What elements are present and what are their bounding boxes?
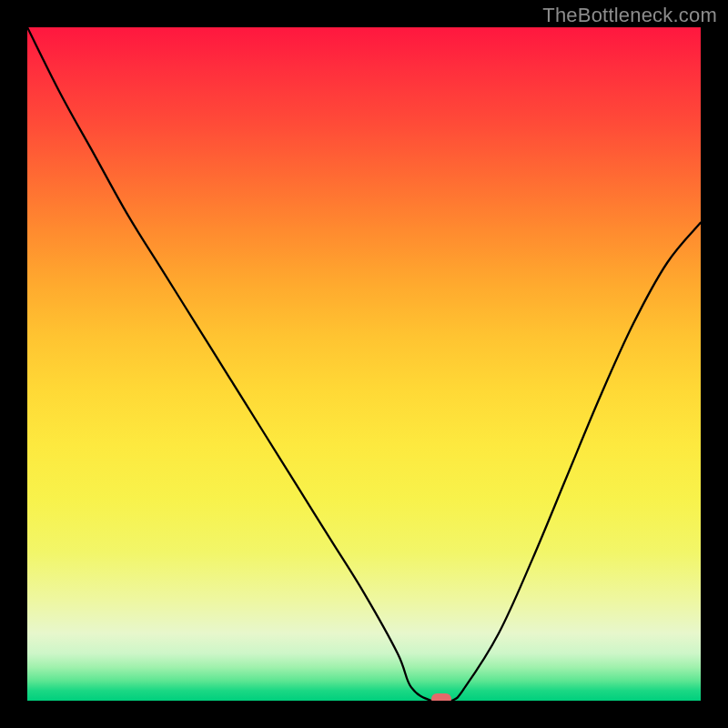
- chart-frame: TheBottleneck.com: [0, 0, 728, 728]
- plot-area: [27, 27, 701, 701]
- bottleneck-curve: [27, 27, 701, 701]
- watermark-text: TheBottleneck.com: [542, 4, 717, 27]
- minimum-marker: [431, 693, 451, 701]
- curve-path: [27, 27, 701, 701]
